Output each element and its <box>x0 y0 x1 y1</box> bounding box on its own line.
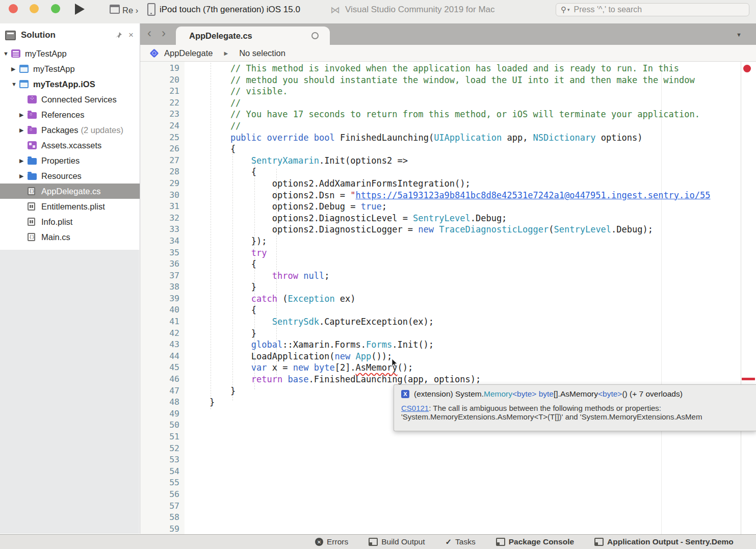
navigate-back-icon[interactable]: ‹ <box>147 26 151 40</box>
sidebar-item-mytestapp-project[interactable]: ▶myTestApp <box>0 61 140 76</box>
code-line-19[interactable]: 19 // This method is invoked when the ap… <box>140 63 756 74</box>
sidebar-item-mytestapp-solution[interactable]: ▼myTestApp <box>0 46 140 61</box>
code-line-51[interactable]: 51 <box>140 431 756 443</box>
close-window-button[interactable] <box>9 4 18 13</box>
code-line-26[interactable]: 26 { <box>140 143 756 155</box>
code-line-31[interactable]: 31 options2.Debug = true; <box>140 201 756 213</box>
code-token: catch <box>251 294 277 304</box>
run-button[interactable] <box>75 4 85 15</box>
disclosure-down-icon[interactable]: ▼ <box>11 81 19 87</box>
code-token: TraceDiagnosticLogger <box>439 224 549 234</box>
pad-button-errors[interactable]: ✕Errors <box>315 537 348 546</box>
code-line-56[interactable]: 56 <box>140 489 756 501</box>
code-line-35[interactable]: 35 try <box>140 247 756 259</box>
code-line-24[interactable]: 24 // <box>140 120 756 132</box>
code-editor[interactable]: 19 // This method is invoked when the ap… <box>140 62 756 534</box>
sidebar-item-packages[interactable]: ▶Packages(2 updates) <box>0 122 140 138</box>
disclosure-right-icon[interactable]: ▶ <box>11 66 19 72</box>
sidebar-item-properties[interactable]: ▶Properties <box>0 153 140 168</box>
sidebar-item-label: References <box>41 110 84 120</box>
disclosure-right-icon[interactable]: ▶ <box>19 112 28 118</box>
modified-indicator-icon[interactable] <box>311 32 319 39</box>
code-line-54[interactable]: 54 <box>140 466 756 478</box>
pad-button-tasks[interactable]: ✓Tasks <box>446 537 476 546</box>
code-token: bool <box>314 133 335 143</box>
scrollbar-error-dot[interactable] <box>743 65 751 72</box>
code-text: options2.DiagnosticLogger = new TraceDia… <box>189 224 653 236</box>
code-line-44[interactable]: 44 LoadApplication(new App()); <box>140 351 756 362</box>
code-line-57[interactable]: 57 <box>140 501 756 512</box>
tooltip-signature: (extension) System.Memory<byte> byte[].A… <box>414 389 683 399</box>
code-token: ( <box>549 224 554 234</box>
pin-icon[interactable] <box>115 32 122 39</box>
disclosure-right-icon[interactable]: ▶ <box>19 173 28 179</box>
code-text: // visible. <box>189 86 288 97</box>
code-token: { <box>189 167 256 177</box>
code-line-27[interactable]: 27 SentryXamarin.Init(options2 => <box>140 155 756 167</box>
line-number: 22 <box>140 97 179 109</box>
code-line-58[interactable]: 58 <box>140 512 756 524</box>
code-line-23[interactable]: 23 // You have 17 seconds to return from… <box>140 109 756 120</box>
code-line-39[interactable]: 39 catch (Exception ex) <box>140 293 756 305</box>
error-code-link[interactable]: CS0121 <box>401 404 429 412</box>
minimize-window-button[interactable] <box>30 4 39 13</box>
line-number: 28 <box>140 166 179 178</box>
code-line-28[interactable]: 28 { <box>140 166 756 178</box>
code-line-22[interactable]: 22 // <box>140 97 756 109</box>
code-line-41[interactable]: 41 SentrySdk.CaptureException(ex); <box>140 316 756 328</box>
code-line-45[interactable]: 45 var x = new byte[2].AsMemory(); <box>140 362 756 374</box>
sidebar-item-mytestapp-ios-project[interactable]: ▼myTestApp.iOS <box>0 76 140 92</box>
configuration-selector[interactable]: Re › <box>122 6 138 15</box>
plist-icon <box>28 202 35 211</box>
code-line-59[interactable]: 59 <box>140 524 756 534</box>
code-line-32[interactable]: 32 options2.DiagnosticLevel = SentryLeve… <box>140 213 756 224</box>
line-number: 43 <box>140 339 179 351</box>
code-line-53[interactable]: 53 <box>140 454 756 466</box>
code-line-34[interactable]: 34 }); <box>140 236 756 247</box>
code-line-55[interactable]: 55 <box>140 477 756 489</box>
line-number: 58 <box>140 512 179 524</box>
code-line-40[interactable]: 40 { <box>140 304 756 316</box>
tab-appdelegate[interactable]: AppDelegate.cs <box>176 27 330 45</box>
sidebar-item-label: Entitlements.plist <box>41 202 105 212</box>
code-line-42[interactable]: 42 } <box>140 328 756 339</box>
sidebar-item-connected-services[interactable]: Connected Services <box>0 92 140 107</box>
maximize-window-button[interactable] <box>51 4 60 13</box>
breadcrumb-selection[interactable]: No selection <box>239 48 285 58</box>
search-input[interactable]: ⚲ ▾ Press '^,' to search <box>556 3 749 16</box>
disclosure-down-icon[interactable]: ▼ <box>3 50 11 57</box>
sidebar-item-info-plist[interactable]: Info.plist <box>0 214 140 229</box>
disclosure-right-icon[interactable]: ▶ <box>19 158 28 164</box>
code-line-38[interactable]: 38 } <box>140 281 756 293</box>
code-token: AsMemory <box>356 362 398 373</box>
tab-list-dropdown-icon[interactable]: ▼ <box>736 32 742 38</box>
scrollbar-error-marker[interactable] <box>742 378 755 380</box>
close-pad-icon[interactable]: × <box>128 30 134 40</box>
code-line-29[interactable]: 29 options2.AddXamarinFormsIntegration()… <box>140 178 756 190</box>
sidebar-item-main-cs[interactable]: Main.cs <box>0 229 140 245</box>
code-line-36[interactable]: 36 { <box>140 258 756 270</box>
disclosure-right-icon[interactable]: ▶ <box>19 127 28 134</box>
code-line-37[interactable]: 37 throw null; <box>140 270 756 282</box>
sidebar-item-appdelegate-cs[interactable]: AppDelegate.cs <box>0 184 140 199</box>
pad-button-build-output[interactable]: Build Output <box>369 537 425 546</box>
device-selector[interactable]: iPod touch (7th generation) iOS 15.0 <box>160 5 300 15</box>
sidebar-item-resources[interactable]: ▶Resources <box>0 168 140 184</box>
sidebar-item-assets-xcassets[interactable]: Assets.xcassets <box>0 138 140 153</box>
code-text: global::Xamarin.Forms.Forms.Init(); <box>189 339 434 351</box>
code-line-25[interactable]: 25 public override bool FinishedLaunchin… <box>140 132 756 144</box>
code-line-20[interactable]: 20 // method you should instantiate the … <box>140 74 756 86</box>
sidebar-item-references[interactable]: ▶References <box>0 107 140 122</box>
code-line-30[interactable]: 30 options2.Dsn = "https://5a193123a9b84… <box>140 190 756 201</box>
code-line-43[interactable]: 43 global::Xamarin.Forms.Forms.Init(); <box>140 339 756 351</box>
code-line-21[interactable]: 21 // visible. <box>140 86 756 97</box>
sidebar-item-entitlements-plist[interactable]: Entitlements.plist <box>0 199 140 214</box>
code-line-46[interactable]: 46 return base.FinishedLaunching(app, op… <box>140 374 756 385</box>
code-token: options2.DiagnosticLevel = <box>189 213 413 223</box>
pad-button-application-output[interactable]: Application Output - Sentry.Demo <box>594 537 734 546</box>
pad-button-package-console[interactable]: Package Console <box>496 537 574 546</box>
code-line-33[interactable]: 33 options2.DiagnosticLogger = new Trace… <box>140 224 756 236</box>
breadcrumb-class[interactable]: AppDelegate <box>164 48 213 58</box>
navigate-forward-icon[interactable]: › <box>162 26 166 40</box>
code-line-52[interactable]: 52 <box>140 443 756 455</box>
